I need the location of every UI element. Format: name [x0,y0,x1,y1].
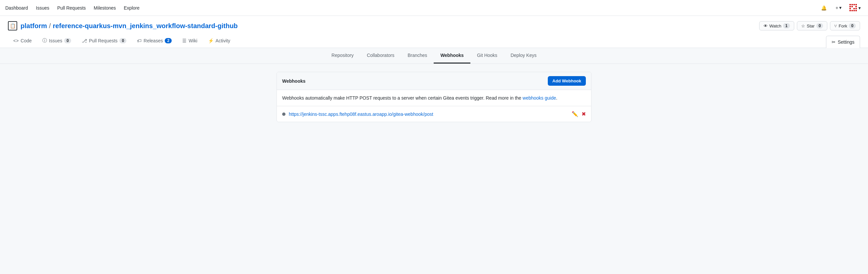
subnav-deploy-keys[interactable]: Deploy Keys [504,48,543,64]
issues-badge: 0 [64,38,71,43]
nav-pull-requests[interactable]: Pull Requests [57,5,86,10]
plus-button[interactable]: ＋▾ [833,4,843,12]
activity-icon: ⚡ [208,38,214,43]
book-icon: 📋 [10,23,16,28]
top-nav-actions: 🔔 ＋▾ ▾ [819,3,863,13]
fork-icon: ⑂ [834,24,837,28]
nav-issues[interactable]: Issues [36,5,49,10]
settings-icon: ✂ [832,39,836,45]
repo-owner-link[interactable]: platform [21,22,47,30]
repo-title-row: 📋 platform / reference-quarkus-mvn_jenki… [8,21,860,30]
subnav-collaborators[interactable]: Collaborators [360,48,401,64]
repo-name-link[interactable]: reference-quarkus-mvn_jenkins_workflow-s… [53,22,238,30]
top-navigation: Dashboard Issues Pull Requests Milestone… [0,0,868,16]
wiki-icon: ☰ [182,38,187,43]
webhooks-title: Webhooks [282,79,306,84]
repo-actions: 👁 Watch 1 ☆ Star 0 ⑂ Fork 0 [759,21,860,30]
subnav-repository[interactable]: Repository [325,48,360,64]
tag-icon: 🏷 [137,38,142,43]
repo-tabs: <> Code ⓘ Issues 0 ⎇ Pull Requests 0 🏷 R… [8,34,236,48]
issues-icon: ⓘ [42,38,47,44]
webhook-status-dot [282,113,285,116]
star-button[interactable]: ☆ Star 0 [797,21,828,30]
avatar-grid-icon [849,4,857,11]
tab-issues[interactable]: ⓘ Issues 0 [37,34,76,48]
subnav-branches[interactable]: Branches [401,48,434,64]
star-count: 0 [816,23,823,28]
nav-dashboard[interactable]: Dashboard [5,5,28,10]
delete-webhook-icon[interactable]: ✖ [582,111,586,117]
plus-icon: ＋▾ [835,5,841,11]
watch-button[interactable]: 👁 Watch 1 [759,21,794,30]
pr-icon: ⎇ [82,38,87,43]
avatar-chevron: ▾ [859,5,861,10]
webhook-item-left: https://jenkins-tssc.apps.ftehp08f.eastu… [282,112,433,117]
main-content: Webhooks Add Webhook Webhooks automatica… [269,64,599,130]
pr-badge: 0 [119,38,126,43]
subnav-webhooks[interactable]: Webhooks [434,48,470,64]
tab-pull-requests[interactable]: ⎇ Pull Requests 0 [76,35,132,47]
breadcrumb: platform / reference-quarkus-mvn_jenkins… [21,22,238,30]
top-nav-links: Dashboard Issues Pull Requests Milestone… [5,5,819,10]
webhooks-header: Webhooks Add Webhook [277,72,591,90]
fork-count: 0 [849,23,856,28]
eye-slash-icon: 👁 [764,24,768,28]
avatar-button[interactable]: ▾ [847,3,863,13]
tab-code[interactable]: <> Code [8,35,37,47]
watch-count: 1 [783,23,790,28]
edit-webhook-icon[interactable]: ✏️ [571,111,578,117]
breadcrumb-separator: / [49,22,51,30]
tab-activity[interactable]: ⚡ Activity [203,35,236,47]
nav-milestones[interactable]: Milestones [94,5,116,10]
subnav-git-hooks[interactable]: Git Hooks [470,48,504,64]
webhook-url-link[interactable]: https://jenkins-tssc.apps.ftehp08f.eastu… [289,112,433,117]
repo-title-left: 📋 platform / reference-quarkus-mvn_jenki… [8,21,238,30]
tab-settings[interactable]: ✂ Settings [826,36,860,48]
nav-explore[interactable]: Explore [124,5,139,10]
webhook-item: https://jenkins-tssc.apps.ftehp08f.eastu… [277,106,591,122]
notification-button[interactable]: 🔔 [819,4,829,12]
webhooks-description: Webhooks automatically make HTTP POST re… [277,90,591,106]
description-text: Webhooks automatically make HTTP POST re… [282,95,523,100]
subnav-inner: Repository Collaborators Branches Webhoo… [285,48,583,64]
repo-icon: 📋 [8,21,17,30]
repo-header: 📋 platform / reference-quarkus-mvn_jenki… [0,16,868,48]
description-end: . [556,95,557,100]
releases-badge: 2 [165,38,172,43]
webhooks-guide-link[interactable]: webhooks guide [523,95,556,100]
fork-button[interactable]: ⑂ Fork 0 [830,21,860,30]
code-icon: <> [13,38,19,43]
add-webhook-button[interactable]: Add Webhook [548,76,586,86]
settings-subnav: Repository Collaborators Branches Webhoo… [0,48,868,64]
tab-wiki[interactable]: ☰ Wiki [177,35,203,47]
star-icon: ☆ [801,24,805,28]
webhook-actions: ✏️ ✖ [571,111,586,117]
tab-releases[interactable]: 🏷 Releases 2 [132,35,177,47]
webhooks-box: Webhooks Add Webhook Webhooks automatica… [277,72,591,122]
bell-icon: 🔔 [821,5,827,10]
